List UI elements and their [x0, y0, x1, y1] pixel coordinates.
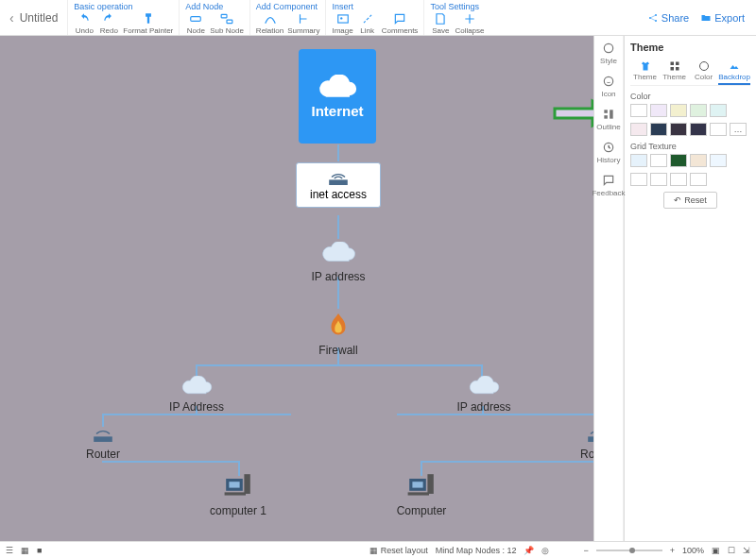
texture-swatch[interactable] [670, 173, 687, 186]
color-swatch[interactable] [630, 123, 647, 136]
svg-point-7 [655, 20, 657, 22]
svg-rect-28 [610, 110, 613, 118]
svg-rect-8 [329, 179, 348, 185]
node-inet-label: inet access [310, 188, 367, 201]
minitab-style[interactable]: Style [600, 42, 617, 65]
color-swatch[interactable] [670, 123, 687, 136]
minitab-icon[interactable]: Icon [601, 75, 615, 98]
reset-layout-button[interactable]: ▦ Reset layout [369, 546, 428, 555]
svg-rect-9 [94, 436, 112, 442]
target-icon[interactable]: ◎ [541, 546, 549, 555]
node-ip-left[interactable]: IP Address [169, 400, 224, 414]
node-router-left[interactable]: Router [86, 448, 120, 461]
undo-icon: ↶ [674, 195, 681, 205]
node-firewall[interactable]: Firewall [318, 344, 357, 357]
comments-button[interactable]: Comments [382, 12, 419, 35]
redo-button[interactable]: Redo [98, 12, 119, 35]
svg-rect-1 [221, 14, 227, 18]
share-icon [647, 12, 659, 24]
computer-icon [223, 472, 253, 500]
subnode-button[interactable]: Sub Node [210, 12, 244, 35]
texture-swatch[interactable] [650, 173, 667, 186]
summary-button[interactable]: Summary [287, 12, 319, 35]
tab-backdrop[interactable]: Backdrop [718, 59, 750, 85]
computer-icon [406, 472, 437, 500]
texture-row-1 [630, 154, 750, 167]
node-icon [189, 12, 202, 25]
color-swatch[interactable] [650, 123, 667, 136]
texture-swatch[interactable] [630, 173, 647, 186]
color-swatch[interactable] [690, 123, 707, 136]
more-colors-button[interactable]: … [730, 123, 747, 136]
format-painter-button[interactable]: Format Painter [123, 12, 173, 35]
image-icon [336, 12, 350, 25]
redo-icon [102, 12, 115, 25]
zoom-slider[interactable] [596, 550, 662, 551]
svg-rect-2 [227, 20, 232, 24]
texture-swatch[interactable] [630, 154, 647, 167]
color-swatches-row-2: … [630, 123, 750, 136]
collapse-button[interactable]: Collapse [455, 12, 484, 35]
back-icon[interactable]: ‹ [9, 10, 14, 25]
reset-button[interactable]: ↶ Reset [663, 192, 717, 209]
subnode-icon [220, 12, 233, 25]
grid-icon[interactable]: ▦ [21, 546, 29, 555]
fullscreen-icon[interactable]: ☐ [728, 546, 735, 555]
canvas[interactable]: Internet inet access IP address Firewall… [0, 36, 624, 541]
app-icon[interactable]: ■ [37, 546, 42, 555]
menu-icon[interactable]: ☰ [6, 546, 13, 555]
node-computer-2[interactable]: Computer [397, 504, 447, 517]
node-ip-right[interactable]: IP address [456, 400, 510, 414]
color-swatch[interactable] [630, 104, 647, 117]
color-swatch[interactable] [710, 123, 727, 136]
cloud-icon [319, 242, 357, 266]
zoom-in-button[interactable]: + [670, 546, 675, 555]
share-button[interactable]: Share [647, 12, 689, 24]
save-button[interactable]: Save [430, 12, 451, 35]
link-button[interactable]: Link [357, 12, 378, 35]
node-inet-access[interactable]: inet access [296, 162, 381, 208]
zoom-out-button[interactable]: − [583, 546, 588, 555]
node-button[interactable]: Node [185, 12, 206, 35]
minitab-outline[interactable]: Outline [596, 108, 620, 131]
pin-icon[interactable]: 📌 [524, 546, 534, 555]
save-icon [434, 12, 447, 25]
svg-rect-19 [670, 62, 674, 66]
minitab-feedback[interactable]: Feedback [592, 174, 625, 197]
undo-button[interactable]: Undo [74, 12, 94, 35]
summary-icon [297, 12, 310, 25]
panel-title: Theme [630, 42, 750, 53]
image-button[interactable]: Image [332, 12, 352, 35]
color-swatch[interactable] [690, 104, 707, 117]
svg-rect-12 [229, 482, 239, 487]
texture-swatch[interactable] [670, 154, 687, 167]
group-tool-settings: Tool Settings Save Collapse [423, 0, 490, 35]
texture-swatch[interactable] [710, 154, 727, 167]
zoom-value: 100% [682, 546, 704, 555]
texture-swatch[interactable] [650, 154, 667, 167]
cloud-icon [316, 75, 359, 103]
relation-button[interactable]: Relation [256, 12, 284, 35]
texture-swatch[interactable] [690, 173, 707, 186]
svg-point-25 [604, 76, 612, 85]
tab-theme-layout[interactable]: Theme [660, 59, 689, 85]
export-button[interactable]: Export [700, 12, 745, 24]
tab-color[interactable]: Color [689, 59, 718, 85]
svg-point-4 [340, 17, 342, 19]
svg-rect-18 [408, 492, 429, 495]
expand-icon[interactable]: ⇲ [743, 546, 750, 555]
comment-icon [393, 12, 406, 25]
color-swatch[interactable] [650, 104, 667, 117]
texture-row-2 [630, 173, 750, 186]
outline-icon [602, 108, 615, 121]
minitab-history[interactable]: History [597, 141, 621, 164]
color-swatch[interactable] [710, 104, 727, 117]
color-swatch[interactable] [670, 104, 687, 117]
texture-swatch[interactable] [690, 154, 707, 167]
fit-icon[interactable]: ▣ [712, 546, 720, 555]
node-ip-address-1[interactable]: IP address [311, 270, 365, 283]
tab-theme-style[interactable]: Theme [630, 59, 660, 85]
node-computer-1[interactable]: computer 1 [210, 504, 266, 517]
router-icon [90, 425, 116, 446]
node-internet[interactable]: Internet [299, 49, 376, 144]
